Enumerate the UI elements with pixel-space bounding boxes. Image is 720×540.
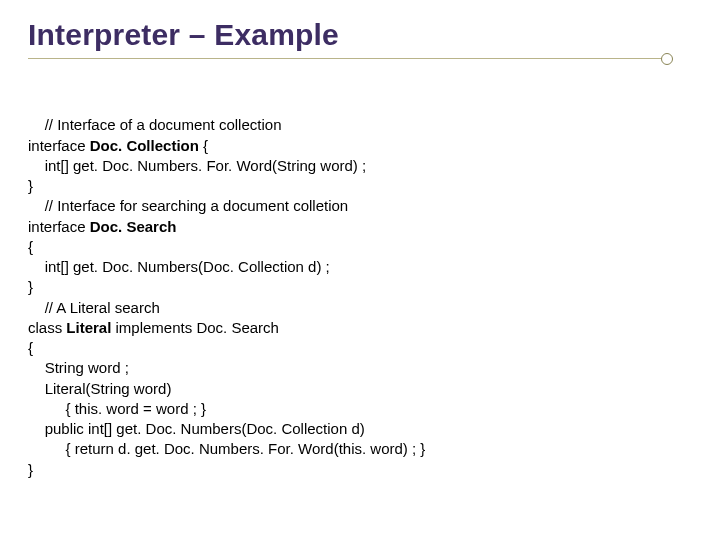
code-line: public int[] get. Doc. Numbers(Doc. Coll… [28,420,365,437]
code-line: } [28,461,33,478]
title-underline [28,58,668,59]
underline-dot-icon [661,53,673,65]
code-line: class Literal implements Doc. Search [28,319,279,336]
code-line: int[] get. Doc. Numbers(Doc. Collection … [28,258,330,275]
code-line: interface Doc. Collection { [28,137,208,154]
code-line: // Interface for searching a document co… [28,197,348,214]
slide: Interpreter – Example // Interface of a … [0,0,720,540]
code-line: Literal(String word) [28,380,171,397]
code-line: // Interface of a document collection [28,116,281,133]
code-line: { return d. get. Doc. Numbers. For. Word… [28,440,425,457]
code-line: { [28,238,33,255]
code-line: { [28,339,33,356]
code-line: String word ; [28,359,129,376]
code-line: interface Doc. Search [28,218,176,235]
code-line: } [28,278,33,295]
code-line: { this. word = word ; } [28,400,206,417]
slide-title: Interpreter – Example [28,18,692,52]
code-line: } [28,177,33,194]
code-line: int[] get. Doc. Numbers. For. Word(Strin… [28,157,366,174]
code-block: // Interface of a document collection in… [28,95,692,500]
code-line: // A Literal search [28,299,160,316]
